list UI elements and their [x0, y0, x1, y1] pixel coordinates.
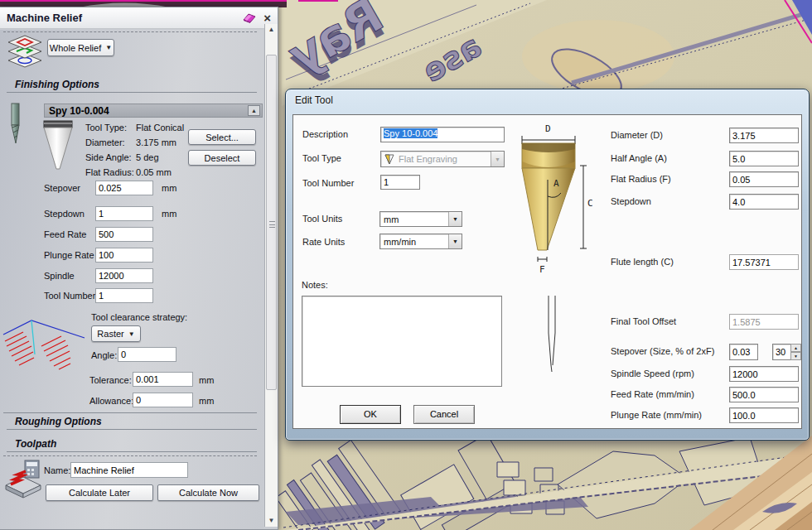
- tolerance-input[interactable]: [133, 372, 193, 387]
- param-label: Stepover (Size, % of 2xF): [611, 344, 714, 359]
- spindle-speed-input[interactable]: [729, 366, 799, 382]
- calculate-now-button[interactable]: Calculate Now: [157, 484, 259, 501]
- tool-info-label: Side Angle:: [85, 152, 133, 162]
- param-label: Final Tool Offset: [611, 314, 676, 330]
- tool-info-row: Diameter: 3.175 mm: [85, 137, 176, 147]
- field-label: Tool Number: [44, 291, 95, 301]
- plunge-rate-input[interactable]: [95, 248, 153, 263]
- chevron-down-icon: ▼: [105, 44, 112, 51]
- finishing-options-heading[interactable]: Finishing Options: [7, 79, 257, 93]
- separator: [3, 455, 257, 456]
- description-input[interactable]: Spy 10-0.004: [380, 127, 505, 142]
- dialog-title: Edit Tool: [295, 94, 333, 106]
- panel-scrollbar[interactable]: ▲ ▼: [264, 24, 278, 527]
- scroll-down-icon[interactable]: ▼: [265, 515, 278, 527]
- stepdown-input[interactable]: [729, 194, 799, 210]
- tool-info-row: Side Angle: 5 deg: [85, 152, 159, 162]
- feed-rate-input[interactable]: [95, 227, 153, 242]
- tool-profile-outline: [542, 296, 562, 373]
- notes-textarea[interactable]: [302, 296, 502, 387]
- stepover-size-input[interactable]: [729, 344, 758, 360]
- final-tool-offset-input: [729, 314, 799, 330]
- tool-info-value: 3.175 mm: [136, 137, 176, 147]
- magenta-accent: [0, 0, 287, 2]
- toolpath-heading[interactable]: Toolpath: [7, 438, 257, 452]
- tool-units-value: mm: [380, 214, 448, 224]
- close-icon[interactable]: ×: [263, 12, 271, 24]
- selected-text: Spy 10-0.004: [384, 128, 437, 138]
- allowance-input[interactable]: [133, 393, 193, 407]
- spindle-input[interactable]: [95, 268, 153, 283]
- tool-type-dropdown[interactable]: Flat Engraving ▼: [380, 151, 505, 167]
- diameter-input[interactable]: [729, 128, 799, 143]
- tool-info-label: Tool Type:: [85, 123, 133, 132]
- notes-label: Notes:: [302, 277, 328, 293]
- feed-rate-input[interactable]: [729, 387, 799, 402]
- tool-type-value: Flat Engraving: [395, 154, 491, 164]
- tool-info-row: Tool Type: Flat Conical: [85, 123, 184, 132]
- ok-button[interactable]: OK: [340, 405, 401, 424]
- calculate-toolpath-icon: [3, 459, 43, 500]
- relief-selector-dropdown[interactable]: Whole Relief ▼: [47, 39, 114, 56]
- stepover-input[interactable]: [95, 181, 153, 195]
- select-tool-button[interactable]: Select...: [188, 129, 256, 145]
- engraving-tool-icon: [384, 153, 395, 166]
- panel-title: Machine Relief: [7, 12, 234, 24]
- roughing-options-heading[interactable]: Roughing Options: [7, 416, 257, 430]
- description-label: Description: [302, 127, 348, 142]
- field-label: Feed Rate: [44, 229, 86, 239]
- rate-units-dropdown[interactable]: mm/min ▼: [379, 234, 462, 249]
- param-label: Plunge Rate (mm/min): [611, 407, 702, 423]
- spin-down-icon[interactable]: ▼: [790, 352, 801, 360]
- scroll-up-icon[interactable]: ▲: [265, 24, 278, 36]
- flute-length-input: [729, 254, 799, 270]
- scrollbar-thumb[interactable]: [266, 55, 277, 390]
- app-screen: Ray Ray ase: [0, 0, 812, 530]
- tool-info-value: 0.05 mm: [136, 167, 172, 177]
- toolpath-name-label: Name:: [44, 465, 70, 475]
- chevron-down-icon: ▼: [448, 212, 462, 226]
- scrollbar-grip: [269, 221, 275, 228]
- edit-tool-dialog: Edit Tool Description Spy 10-0.004 Tool …: [285, 89, 810, 441]
- diagram-label-c: C: [587, 198, 593, 209]
- rate-units-label: Rate Units: [302, 234, 345, 250]
- stepdown-input[interactable]: [95, 206, 153, 221]
- plunge-rate-input[interactable]: [729, 407, 799, 423]
- angle-input[interactable]: [118, 347, 176, 362]
- chevron-down-icon: ▼: [128, 330, 135, 338]
- panel-titlebar: Machine Relief ×: [0, 7, 278, 29]
- deselect-tool-button[interactable]: Deselect: [188, 150, 256, 166]
- stepover-spinner: ▲ ▼: [790, 344, 801, 360]
- tool-info-value: 5 deg: [136, 152, 159, 162]
- raster-strategy-icon: [2, 318, 88, 373]
- field-label: Stepdown: [44, 209, 85, 219]
- tool-number-input[interactable]: [95, 288, 153, 303]
- toolpath-name-input[interactable]: [70, 462, 188, 478]
- relief-selector-value: Whole Relief: [50, 43, 101, 53]
- stepover-percent-input[interactable]: [772, 344, 791, 360]
- cancel-button[interactable]: Cancel: [413, 405, 475, 424]
- diagram-label-d: D: [545, 123, 551, 134]
- spin-up-icon[interactable]: ▲: [790, 344, 801, 352]
- tool-number-input[interactable]: [380, 175, 420, 190]
- dialog-body: Description Spy 10-0.004 Tool Type Flat …: [292, 114, 802, 429]
- field-label: Spindle: [44, 271, 75, 281]
- allowance-label: Allowance:: [89, 396, 133, 406]
- eraser-icon[interactable]: [241, 12, 256, 23]
- machine-relief-panel: Machine Relief × Whole Relief ▼: [0, 7, 278, 530]
- unit-label: mm: [199, 375, 214, 385]
- strategy-dropdown[interactable]: Raster ▼: [91, 325, 141, 342]
- calculate-later-button[interactable]: Calculate Later: [46, 484, 153, 501]
- param-label: Half Angle (A): [611, 151, 667, 166]
- tool-units-dropdown[interactable]: mm ▼: [379, 211, 462, 227]
- tool-name: Spy 10-0.004: [49, 105, 109, 117]
- unit-label: mm: [162, 209, 176, 219]
- unit-label: mm: [199, 396, 214, 406]
- flat-radius-input[interactable]: [729, 171, 799, 187]
- tolerance-label: Tolerance:: [89, 375, 132, 385]
- collapse-button[interactable]: ▲: [248, 105, 260, 116]
- layers-icon: [5, 33, 45, 70]
- half-angle-input[interactable]: [729, 151, 799, 166]
- diagram-label-a: A: [553, 178, 559, 189]
- param-label: Feed Rate (mm/min): [611, 387, 694, 402]
